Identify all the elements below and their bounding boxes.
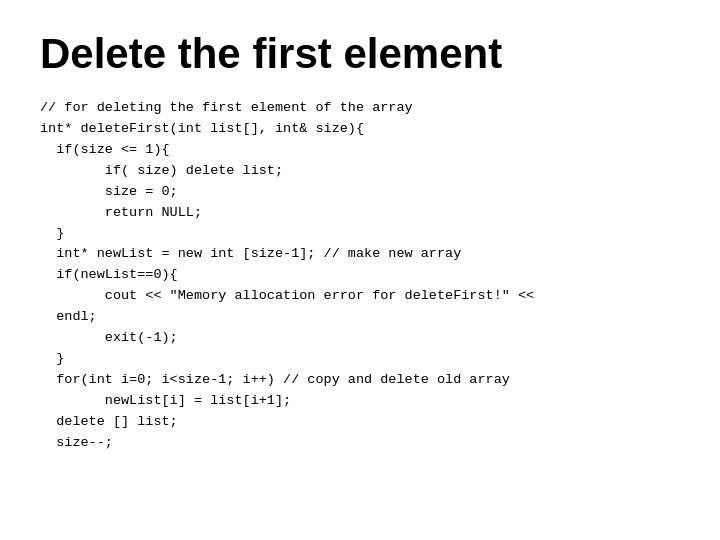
slide-title: Delete the first element — [40, 30, 680, 78]
slide-container: Delete the first element // for deleting… — [0, 0, 720, 540]
code-block: // for deleting the first element of the… — [40, 98, 680, 454]
